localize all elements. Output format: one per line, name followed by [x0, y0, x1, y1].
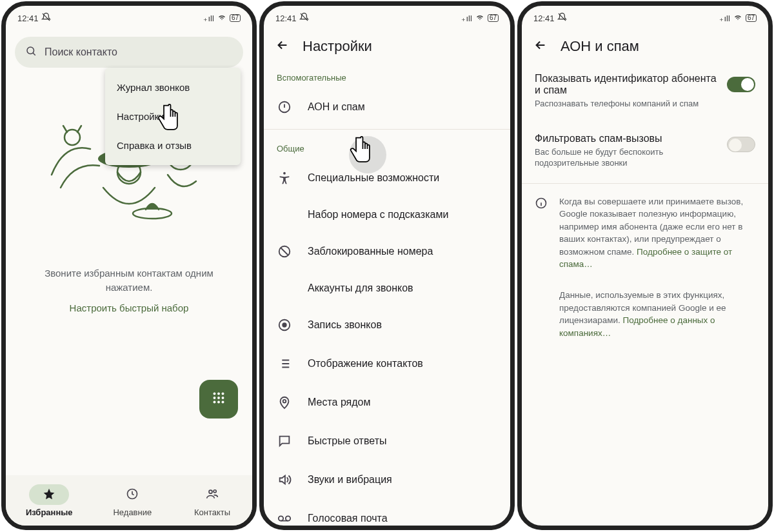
nav-label: Избранные [26, 507, 73, 517]
svg-point-14 [213, 401, 216, 404]
row-label: Набор номера с подсказками [308, 209, 448, 221]
statusbar: 12:41 ₊ıll 67 [264, 6, 510, 28]
switch-off[interactable] [727, 137, 755, 152]
toggle-title: Фильтровать спам-вызовы [535, 133, 718, 144]
speed-dial-link[interactable]: Настроить быстрый набор [6, 302, 252, 313]
toggle-caller-id[interactable]: Показывать идентификатор абонента и спам… [522, 61, 768, 121]
battery-icon: 67 [230, 14, 241, 22]
section-general: Общие [264, 132, 510, 159]
svg-point-7 [133, 208, 172, 219]
toggle-title: Показывать идентификатор абонента и спам [535, 73, 718, 96]
wifi-icon [217, 14, 227, 23]
row-calling-accounts[interactable]: Аккаунты для звонков [264, 271, 510, 306]
empty-message: Звоните избранным контактам одним нажати… [6, 266, 252, 295]
accessibility-icon [277, 170, 292, 186]
time-label: 12:41 [17, 14, 39, 23]
svg-point-26 [279, 516, 283, 520]
svg-point-8 [213, 393, 216, 395]
nav-recents[interactable]: Недавние [112, 484, 152, 517]
header: АОН и спам [522, 28, 768, 61]
settings-list: Вспомогательные АОН и спам Общие Специал… [264, 61, 510, 526]
dnd-icon [41, 12, 51, 24]
row-accessibility[interactable]: Специальные возможности [264, 159, 510, 197]
row-label: АОН и спам [308, 101, 365, 113]
svg-point-19 [213, 489, 216, 492]
svg-point-10 [222, 393, 224, 395]
row-label: Голосовая почта [308, 513, 388, 524]
row-label: Звуки и вибрация [308, 474, 392, 486]
row-label: Отображение контактов [308, 358, 423, 369]
phone-aon-spam-screen: 12:41 ₊ıll 67 АОН и спам Показывать иден… [517, 1, 773, 530]
back-icon[interactable] [533, 38, 548, 55]
nav-label: Контакты [194, 507, 230, 517]
alert-circle-icon [277, 99, 292, 115]
nav-favorites[interactable]: Избранные [26, 484, 73, 517]
svg-point-24 [283, 323, 286, 327]
search-icon [25, 45, 37, 59]
dialpad-icon [210, 389, 227, 409]
row-display-contacts[interactable]: Отображение контактов [264, 344, 510, 383]
svg-point-16 [222, 401, 224, 404]
voicemail-icon [277, 511, 292, 526]
row-label: Места рядом [308, 397, 371, 408]
svg-point-13 [222, 397, 224, 399]
svg-point-15 [217, 401, 220, 404]
section-assist: Вспомогательные [264, 61, 510, 88]
menu-call-log[interactable]: Журнал звонков [105, 73, 241, 102]
search-field[interactable]: Поиск контакто [15, 37, 243, 68]
signal-icon: ₊ıll [203, 14, 213, 23]
nav-contacts[interactable]: Контакты [192, 484, 232, 517]
toggle-subtitle: Распознавать телефоны компаний и спам [535, 98, 718, 110]
clock-icon [126, 488, 139, 502]
wifi-icon [475, 14, 485, 23]
row-aon-spam[interactable]: АОН и спам [264, 88, 510, 126]
time-label: 12:41 [275, 14, 297, 23]
people-icon [205, 488, 219, 502]
row-quick-responses[interactable]: Быстрые ответы [264, 422, 510, 460]
header: Настройки [264, 28, 510, 61]
time-label: 12:41 [533, 14, 555, 23]
cursor-hand-icon [345, 135, 376, 172]
svg-point-12 [217, 397, 220, 399]
switch-on[interactable] [727, 77, 755, 92]
row-voicemail[interactable]: Голосовая почта [264, 499, 510, 526]
svg-point-21 [283, 172, 286, 175]
nav-label: Недавние [113, 507, 152, 517]
row-label: Аккаунты для звонков [308, 282, 413, 294]
row-label: Заблокированные номера [308, 246, 433, 257]
wifi-icon [733, 14, 743, 23]
block-icon [277, 244, 292, 259]
info-block-1: Когда вы совершаете или принимаете вызов… [522, 186, 768, 280]
search-placeholder: Поиск контакто [45, 46, 117, 58]
row-nearby[interactable]: Места рядом [264, 383, 510, 422]
dialpad-fab[interactable] [199, 380, 238, 419]
svg-point-11 [213, 397, 216, 399]
star-icon [43, 488, 55, 502]
signal-icon: ₊ıll [719, 14, 729, 23]
row-call-recording[interactable]: Запись звонков [264, 306, 510, 344]
statusbar: 12:41 ₊ıll 67 [522, 6, 768, 28]
row-assisted-dialing[interactable]: Набор номера с подсказками [264, 197, 510, 232]
bottom-nav: Избранные Недавние Контакты [6, 475, 252, 526]
info-icon [535, 197, 548, 212]
record-icon [277, 317, 292, 333]
cursor-hand-icon [153, 103, 184, 140]
row-label: Быстрые ответы [308, 435, 386, 447]
dnd-icon [299, 12, 309, 24]
row-label: Специальные возможности [308, 172, 439, 184]
svg-point-9 [217, 393, 220, 395]
battery-icon: 67 [488, 14, 499, 22]
phone-favorites-screen: 12:41 ₊ıll 67 Поиск контакто Журнал звон… [1, 1, 257, 530]
chat-icon [277, 433, 292, 449]
row-sound-vibration[interactable]: Звуки и вибрация [264, 460, 510, 499]
row-blocked[interactable]: Заблокированные номера [264, 232, 510, 271]
volume-icon [277, 472, 292, 488]
toggle-filter-spam[interactable]: Фильтровать спам-вызовы Вас больше не бу… [522, 121, 768, 181]
dnd-icon [557, 12, 567, 24]
svg-point-27 [286, 516, 290, 520]
svg-point-18 [209, 490, 212, 493]
back-icon[interactable] [275, 38, 290, 55]
svg-point-0 [27, 47, 34, 54]
row-label: Запись звонков [308, 319, 382, 331]
signal-icon: ₊ıll [461, 14, 471, 23]
